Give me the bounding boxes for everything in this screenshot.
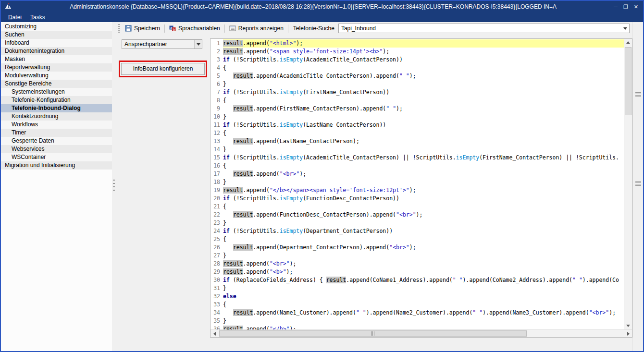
line-number: 11 <box>211 121 220 129</box>
svg-text:b: b <box>173 28 175 31</box>
chevron-down-icon[interactable] <box>194 40 202 49</box>
line-number: 25 <box>211 235 220 243</box>
content-area: Ansprechpartner InfoBoard konfigurieren … <box>116 35 632 351</box>
code-line: { <box>223 301 624 309</box>
line-number: 3 <box>211 56 220 64</box>
minimize-icon[interactable]: ─ <box>614 3 618 10</box>
toolbar-separator <box>164 24 165 33</box>
code-line: if (!ScriptUtils.isEmpty(AcademicTitle_C… <box>223 154 624 162</box>
sidebar-item-telefonie-konfiguration[interactable]: Telefonie-Konfiguration <box>1 96 112 104</box>
code-line: if (!ScriptUtils.isEmpty(AcademicTitle_C… <box>223 56 624 64</box>
code-line: result.append(LastName_ContactPerson); <box>223 137 624 146</box>
line-number: 31 <box>211 284 220 292</box>
infoboard-konfigurieren-button[interactable]: InfoBoard konfigurieren <box>121 63 205 75</box>
code-line: result.append("<span style='font-size:14… <box>223 48 624 56</box>
sidebar-item-masken[interactable]: Masken <box>1 55 112 63</box>
line-number: 4 <box>211 64 220 72</box>
sidebar-item-sonstige-bereiche[interactable]: Sonstige Bereiche <box>1 80 112 88</box>
vertical-scroll-track[interactable] <box>624 46 632 322</box>
window-controls: ─ ❐ ✕ <box>614 3 638 10</box>
sidebar-item-customizing[interactable]: Customizing <box>1 23 112 31</box>
maximize-icon[interactable]: ❐ <box>623 3 628 10</box>
ansprechpartner-value: Ansprechpartner <box>122 40 194 49</box>
line-number: 20 <box>211 194 220 203</box>
code-line: } <box>223 80 624 88</box>
line-number: 21 <box>211 203 220 211</box>
sidebar-item-wscontainer[interactable]: WSContainer <box>1 153 112 161</box>
main-panel: Speichern a b Sprachvariablen <box>116 22 632 351</box>
chevron-down-icon[interactable] <box>621 24 629 33</box>
script-editor[interactable]: 1234567891011121314151617181920212223242… <box>210 38 632 338</box>
sprachvariablen-button[interactable]: a b Sprachvariablen <box>166 24 223 33</box>
reports-anzeigen-label: Reports anzeigen <box>238 25 284 32</box>
ansprechpartner-combobox[interactable]: Ansprechpartner <box>122 39 202 49</box>
code-line: else <box>223 292 624 301</box>
line-number: 1 <box>211 39 220 48</box>
menu-item-tasks[interactable]: Tasks <box>26 13 50 22</box>
speichern-button[interactable]: Speichern <box>122 24 163 33</box>
sidebar-item-telefonie-inbound-dialog[interactable]: Telefonie-Inbound-Dialog <box>1 104 112 112</box>
line-number: 30 <box>211 276 220 284</box>
code-line: if (!ScriptUtils.isEmpty(FirstName_Conta… <box>223 88 624 97</box>
code-line: result.append("</b>"); <box>223 325 624 329</box>
reports-anzeigen-button[interactable]: Reports anzeigen <box>226 24 286 33</box>
line-number-gutter: 1234567891011121314151617181920212223242… <box>211 39 222 329</box>
code-line: result.append(FunctionDesc_ContactPerson… <box>223 211 624 219</box>
sidebar-item-migration-und-initialisierung[interactable]: Migration und Initialisierung <box>1 161 112 170</box>
editor-vertical-scrollbar[interactable] <box>624 39 632 329</box>
sidebar-item-webservices[interactable]: Webservices <box>1 145 112 153</box>
save-icon <box>125 25 132 32</box>
sidebar-item-dokumentenintegration[interactable]: Dokumentenintegration <box>1 47 112 55</box>
menu-item-datei[interactable]: Datei <box>4 13 26 22</box>
reports-icon <box>229 25 236 32</box>
app-logo-icon <box>4 3 12 11</box>
body: CustomizingSuchenInfoboardDokumenteninte… <box>1 22 643 351</box>
horizontal-scroll-thumb[interactable] <box>219 330 527 337</box>
sidebar-item-gesperrte-daten[interactable]: Gesperrte Daten <box>1 137 112 145</box>
horizontal-scroll-track[interactable] <box>218 330 624 337</box>
app-window: Administrationskonsole {Database=MSSQL}{… <box>0 0 644 352</box>
scroll-right-arrow-icon[interactable] <box>624 330 632 337</box>
scroll-up-arrow-icon[interactable] <box>624 39 632 46</box>
sidebar-item-systemeinstellungen[interactable]: Systemeinstellungen <box>1 88 112 96</box>
scroll-grip-icon <box>635 181 641 186</box>
code-line: if (!ScriptUtils.isEmpty(FunctionDesc_Co… <box>223 194 624 203</box>
sidebar-item-infoboard[interactable]: Infoboard <box>1 39 112 47</box>
code-line: result.append(Name1_Customer).append(" "… <box>223 309 624 317</box>
language-variables-icon: a b <box>169 25 176 32</box>
code-line: result.append(Department_ContactPerson).… <box>223 243 624 252</box>
sprachvariablen-label: Sprachvariablen <box>178 25 220 32</box>
line-number: 12 <box>211 129 220 137</box>
scroll-down-arrow-icon[interactable] <box>624 322 632 329</box>
sidebar-item-timer[interactable]: Timer <box>1 129 112 137</box>
sidebar-splitter[interactable] <box>112 22 116 351</box>
line-number: 26 <box>211 243 220 252</box>
toolbar-separator <box>288 24 288 33</box>
toolbar: Speichern a b Sprachvariablen <box>116 22 632 35</box>
panel-scrollbar[interactable] <box>632 22 643 351</box>
sidebar-item-kontaktzuordnung[interactable]: Kontaktzuordnung <box>1 112 112 121</box>
code-area[interactable]: result.append("<html>");result.append("<… <box>222 39 624 329</box>
close-icon[interactable]: ✕ <box>634 3 638 10</box>
title-bar: Administrationskonsole {Database=MSSQL}{… <box>1 1 643 12</box>
code-line: if (ReplaceCoFields_Address) { result.ap… <box>223 276 624 284</box>
line-number: 23 <box>211 219 220 227</box>
line-number: 28 <box>211 260 220 268</box>
line-number: 33 <box>211 301 220 309</box>
sidebar-item-workflows[interactable]: Workflows <box>1 121 112 129</box>
code-line: } <box>223 146 624 154</box>
line-number: 2 <box>211 48 220 56</box>
sidebar-item-suchen[interactable]: Suchen <box>1 31 112 39</box>
telefonie-suche-combobox[interactable]: Tapi_Inbound <box>338 24 630 33</box>
line-number: 29 <box>211 268 220 276</box>
window-title: Administrationskonsole {Database=MSSQL}{… <box>14 3 612 10</box>
sidebar-item-reportverwaltung[interactable]: Reportverwaltung <box>1 63 112 72</box>
sidebar-item-modulverwaltung[interactable]: Modulverwaltung <box>1 72 112 80</box>
code-line: } <box>223 178 624 186</box>
toolbar-grip-icon <box>118 24 120 33</box>
editor-horizontal-scrollbar[interactable] <box>211 329 632 337</box>
line-number: 35 <box>211 317 220 325</box>
line-number: 18 <box>211 178 220 186</box>
vertical-scroll-thumb[interactable] <box>625 47 632 115</box>
scroll-left-arrow-icon[interactable] <box>211 330 218 337</box>
